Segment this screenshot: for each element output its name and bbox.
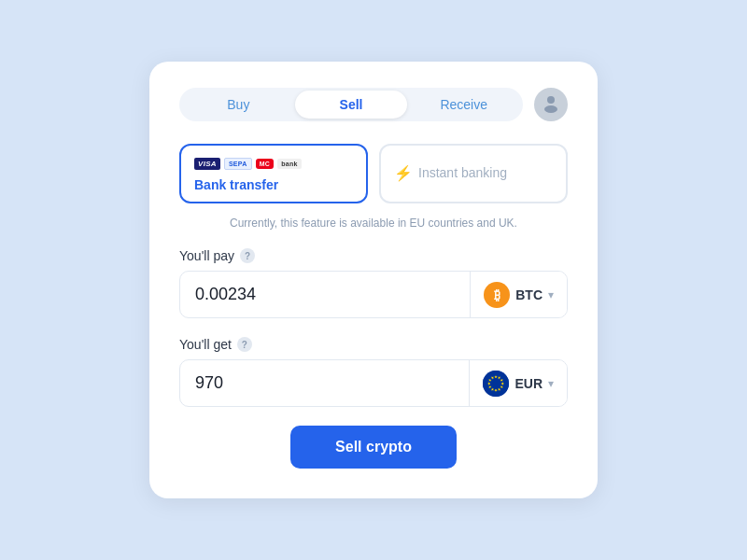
pay-field-label: You'll pay ? (179, 248, 568, 263)
pay-input-row: ₿ BTC ▾ (179, 271, 568, 318)
tab-buy[interactable]: Buy (182, 91, 295, 119)
bank-transfer-label: Bank transfer (194, 177, 353, 192)
pay-input[interactable] (180, 272, 470, 317)
sepa-logo: SEPA (224, 158, 252, 170)
bank-transfer-logos: VISA SEPA MC bank (194, 155, 353, 172)
get-label-text: You'll get (179, 337, 232, 352)
sell-button-wrapper: Sell crypto (179, 426, 568, 469)
bank-logo: bank (277, 159, 302, 169)
svg-point-0 (547, 96, 555, 104)
availability-note: Currently, this feature is available in … (179, 217, 568, 230)
bank-transfer-option[interactable]: VISA SEPA MC bank Bank transfer (179, 144, 368, 203)
eur-flag-icon (483, 371, 509, 397)
pay-currency-selector[interactable]: ₿ BTC ▾ (470, 272, 567, 317)
visa-logo: VISA (194, 158, 220, 170)
pay-label-text: You'll pay (179, 248, 234, 263)
svg-point-1 (544, 105, 557, 113)
get-input-row: EUR ▾ (179, 359, 568, 407)
sell-crypto-button[interactable]: Sell crypto (290, 426, 457, 469)
tab-receive[interactable]: Receive (407, 91, 520, 119)
get-input[interactable] (180, 360, 469, 406)
get-currency-selector[interactable]: EUR ▾ (469, 360, 567, 406)
instant-banking-label: Instant banking (418, 165, 507, 180)
user-avatar-icon (541, 92, 561, 117)
header: Buy Sell Receive (179, 88, 568, 121)
instant-banking-top: ⚡ Instant banking (394, 164, 553, 182)
instant-banking-option[interactable]: ⚡ Instant banking (379, 144, 568, 203)
tab-sell[interactable]: Sell (295, 91, 408, 119)
svg-point-2 (483, 371, 509, 397)
pay-currency-chevron: ▾ (548, 288, 554, 301)
payment-methods: VISA SEPA MC bank Bank transfer ⚡ Instan… (179, 144, 568, 203)
get-help-icon[interactable]: ? (237, 337, 252, 352)
get-currency-chevron: ▾ (548, 377, 554, 390)
get-field-label: You'll get ? (179, 337, 568, 352)
btc-icon: ₿ (484, 282, 510, 308)
lightning-icon: ⚡ (394, 164, 413, 182)
user-avatar-button[interactable] (534, 88, 568, 121)
tabs-container: Buy Sell Receive (179, 88, 523, 121)
get-currency-code: EUR (514, 376, 543, 391)
mastercard-logo: MC (256, 159, 275, 169)
pay-help-icon[interactable]: ? (240, 248, 255, 263)
pay-currency-code: BTC (515, 287, 543, 302)
main-card: Buy Sell Receive VISA SEPA MC bank Bank … (149, 62, 598, 498)
